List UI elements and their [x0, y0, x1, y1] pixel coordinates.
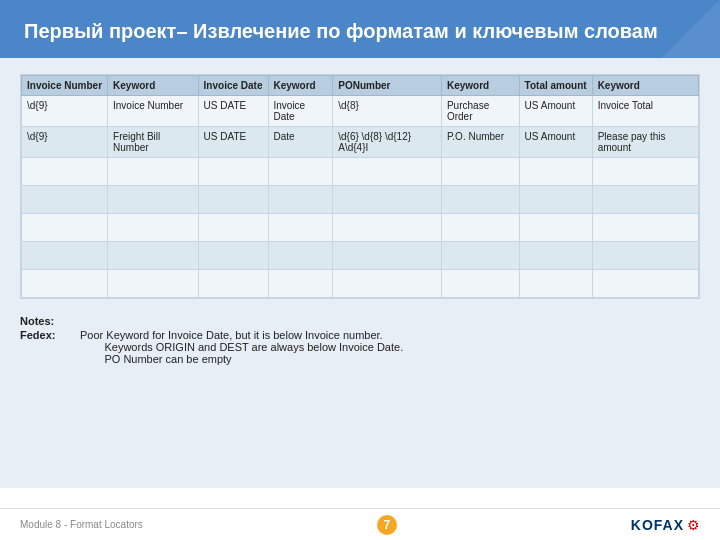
table-cell: [441, 214, 519, 242]
table-row: [22, 158, 699, 186]
col-header-keyword-2: Keyword: [268, 76, 333, 96]
col-header-invoice-number: Invoice Number: [22, 76, 108, 96]
table-row: [22, 242, 699, 270]
table-cell: [108, 270, 199, 298]
slide-header: Первый проект– Извлечение по форматам и …: [0, 0, 720, 58]
data-table-wrapper: Invoice Number Keyword Invoice Date Keyw…: [20, 74, 700, 299]
notes-section: Notes: Fedex: Poor Keyword for Invoice D…: [20, 315, 700, 365]
col-header-keyword-1: Keyword: [108, 76, 199, 96]
table-cell: [108, 214, 199, 242]
col-header-total-amount: Total amount: [519, 76, 592, 96]
main-content: Invoice Number Keyword Invoice Date Keyw…: [0, 58, 720, 488]
table-cell: [441, 270, 519, 298]
table-row: [22, 270, 699, 298]
table-cell: [108, 158, 199, 186]
col-header-keyword-4: Keyword: [592, 76, 698, 96]
table-cell: [268, 214, 333, 242]
table-cell: [592, 242, 698, 270]
table-cell: [519, 158, 592, 186]
table-cell: \d{9}: [22, 96, 108, 127]
kofax-gear-icon: ⚙: [687, 517, 700, 533]
col-header-invoice-date: Invoice Date: [198, 76, 268, 96]
table-header-row: Invoice Number Keyword Invoice Date Keyw…: [22, 76, 699, 96]
table-cell: [22, 270, 108, 298]
table-cell: [108, 186, 199, 214]
table-cell: Invoice Total: [592, 96, 698, 127]
table-cell: [198, 242, 268, 270]
table-cell: \d{8}: [333, 96, 442, 127]
kofax-logo: KOFAX ⚙: [631, 517, 700, 533]
table-cell: [268, 270, 333, 298]
table-cell: [198, 186, 268, 214]
table-cell: [519, 214, 592, 242]
table-row: [22, 214, 699, 242]
table-cell: Please pay this amount: [592, 127, 698, 158]
table-cell: [333, 186, 442, 214]
table-cell: [198, 214, 268, 242]
table-cell: [441, 158, 519, 186]
table-cell: Invoice Date: [268, 96, 333, 127]
table-cell: [441, 186, 519, 214]
table-cell: [268, 186, 333, 214]
table-cell: [268, 242, 333, 270]
table-cell: [268, 158, 333, 186]
table-row: [22, 186, 699, 214]
table-cell: Date: [268, 127, 333, 158]
table-cell: \d{6} \d{8} \d{12} A\d{4}I: [333, 127, 442, 158]
table-cell: US DATE: [198, 127, 268, 158]
table-cell: US Amount: [519, 96, 592, 127]
table-row: \d{9}Freight Bill NumberUS DATEDate\d{6}…: [22, 127, 699, 158]
footer-module-label: Module 8 - Format Locators: [20, 519, 143, 530]
table-cell: US Amount: [519, 127, 592, 158]
table-cell: Invoice Number: [108, 96, 199, 127]
kofax-logo-text: KOFAX: [631, 517, 684, 533]
table-row: \d{9}Invoice NumberUS DATEInvoice Date\d…: [22, 96, 699, 127]
table-cell: [333, 214, 442, 242]
table-cell: Freight Bill Number: [108, 127, 199, 158]
table-cell: Purchase Order: [441, 96, 519, 127]
table-cell: [441, 242, 519, 270]
table-cell: US DATE: [198, 96, 268, 127]
col-header-ponumber: PONumber: [333, 76, 442, 96]
table-cell: [22, 214, 108, 242]
notes-label: Fedex:: [20, 329, 80, 365]
col-header-keyword-3: Keyword: [441, 76, 519, 96]
table-cell: [592, 158, 698, 186]
table-cell: [333, 270, 442, 298]
table-cell: [22, 158, 108, 186]
table-cell: P.O. Number: [441, 127, 519, 158]
table-cell: [198, 158, 268, 186]
table-cell: [22, 242, 108, 270]
table-cell: [592, 214, 698, 242]
table-cell: [519, 242, 592, 270]
notes-text: Poor Keyword for Invoice Date, but it is…: [80, 329, 700, 365]
extraction-table: Invoice Number Keyword Invoice Date Keyw…: [21, 75, 699, 298]
table-cell: [519, 270, 592, 298]
table-cell: [592, 270, 698, 298]
slide-footer: Module 8 - Format Locators 7 KOFAX ⚙: [0, 508, 720, 540]
table-cell: [198, 270, 268, 298]
footer-page-number: 7: [377, 515, 397, 535]
notes-title: Notes:: [20, 315, 700, 327]
table-cell: [108, 242, 199, 270]
table-cell: [22, 186, 108, 214]
table-cell: [519, 186, 592, 214]
table-cell: [333, 242, 442, 270]
table-cell: \d{9}: [22, 127, 108, 158]
table-cell: [333, 158, 442, 186]
notes-content: Fedex: Poor Keyword for Invoice Date, bu…: [20, 329, 700, 365]
slide-title: Первый проект– Извлечение по форматам и …: [24, 18, 696, 44]
table-cell: [592, 186, 698, 214]
